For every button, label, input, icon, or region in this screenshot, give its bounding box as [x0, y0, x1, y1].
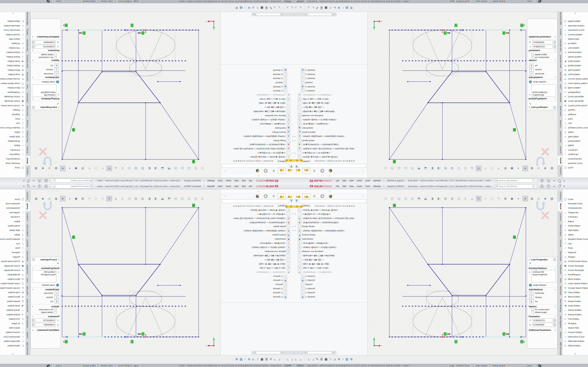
flyout-menu-item[interactable]: ╱ Line [0, 241, 26, 246]
search-dropdown-caret[interactable]: ▾ [536, 180, 536, 182]
flyout-menu-item[interactable]: ∷ Segment [562, 112, 588, 117]
tree-row[interactable]: ▣ Solid Bodies [294, 237, 406, 241]
tree-row[interactable]: ◉ ○25♟◎25ИN3Ɛ25○∘○253ƐИN52◎♟52○ [294, 221, 406, 225]
bottom-toolbar-icon[interactable]: ◣ [278, 357, 280, 361]
panel-help-icon[interactable]: ? [553, 106, 556, 109]
flyout-menu-item[interactable]: ∷ Segment [0, 250, 26, 255]
panel-tab[interactable] [303, 193, 310, 199]
scroll-left-icon[interactable]: ◂ [282, 351, 283, 353]
menu-item[interactable]: Edit [341, 178, 348, 184]
relation-button-icon[interactable]: ⚓ [529, 64, 534, 67]
flyout-menu-item[interactable]: ⇥ Extend Entities [0, 312, 26, 317]
tree-row[interactable]: ★ ○253Ɛ╬∘♟◎ΛΑΦ○∘○ΦΑΛ◎♟∘╬Ɛ352○ [294, 155, 406, 159]
relation-button-icon[interactable]: — [54, 72, 59, 76]
flyout-menu-item[interactable]: ◥ Scale Entities [562, 303, 588, 308]
tree-root[interactable]: TRPDL2. ⊚ƷЄ⊚Ш⊚∘∘⊚╬⊚ϽϹ⊚ƷЄ⊚∙⊚25⊚♟⊚ƷЄ [182, 204, 294, 208]
relation-item[interactable]: Collinear108 [533, 271, 555, 273]
units-selector[interactable]: Custom ▴ [524, 364, 536, 367]
tree-row[interactable]: ▸ A ○25ИN◎∘╬Α╬◎ИNΑ○∘○ΑNИ◎╬Α╬∘◎NИ52○ [294, 134, 406, 138]
bottom-toolbar-icon[interactable]: ✎ [316, 6, 318, 10]
option-row[interactable]: For construction [531, 57, 556, 59]
tree-row[interactable]: ◪ Surface Bodies [294, 233, 406, 237]
menu-pin-icon[interactable]: ↧ [203, 180, 205, 182]
restore-button[interactable] [558, 180, 560, 182]
spinner[interactable]: ▴▾ [554, 41, 556, 44]
relation-button-icon[interactable]: | [529, 68, 534, 72]
expand-arrow-icon[interactable]: ▸ [292, 225, 293, 227]
flyout-menu-item[interactable]: ⊏ Offset Entities [0, 19, 26, 24]
bottom-toolbar-icon[interactable]: ◔ [342, 6, 344, 10]
collapse-icon[interactable]: ˄ [555, 98, 556, 100]
commandmanager-tab[interactable]: Evaluate [558, 118, 562, 129]
commandmanager-tab[interactable]: Surfaces [558, 212, 562, 223]
more-tools-chevron-icon[interactable]: » [574, 353, 577, 354]
flyout-menu-item[interactable]: ↔ Stretch Entities [562, 55, 588, 59]
commandmanager-tab[interactable]: Features [558, 191, 562, 201]
titlebar-toolbar-icons[interactable]: ⊚ƷЄ⊚Ш⊚∘∘⊚╬⊚ϽϹ⊚ƷЄ⊚∙⊚25⊚♟⊚ƷЄ∙◯⊚◯∙ƷЄ⊚♟⊚25⊚∙… [95, 185, 180, 187]
close-button[interactable]: × [563, 185, 565, 187]
menu-item[interactable]: Tools [216, 178, 224, 184]
panel-help-icon[interactable]: ? [553, 258, 556, 261]
bottom-toolbar-icon[interactable]: ⊿ [333, 357, 336, 361]
scroll-right-icon[interactable]: ▸ [333, 351, 334, 353]
flyout-menu-item[interactable]: ▭ Corner Rectangle [0, 95, 26, 99]
tree-row[interactable]: ▩ ○253ƐИNΑЦ∗○∘○∗ЦΑNИƐ352○ [294, 93, 406, 97]
panel-tabs-overflow[interactable]: › [225, 170, 225, 173]
more-tools-chevron-icon[interactable]: » [11, 13, 14, 14]
checkbox[interactable] [531, 311, 534, 313]
search-icon[interactable] [54, 185, 56, 187]
horizontal-scrollbar[interactable]: ◂ ▸ [294, 351, 336, 354]
tree-row[interactable]: ▸ ▯ Design Binder [182, 225, 294, 229]
commandmanager-tab[interactable]: Weldments [558, 263, 562, 276]
scroll-left-icon[interactable]: ◂ [282, 14, 283, 16]
tree-row[interactable]: ◪ Surface Bodies [294, 130, 406, 134]
scroll-right-icon[interactable]: ▸ [254, 14, 255, 16]
search-icon[interactable] [532, 185, 534, 187]
scrollbar-thumb[interactable] [256, 13, 281, 16]
commandmanager-tab[interactable]: Surfaces [26, 212, 30, 223]
bottom-toolbar-icon[interactable]: ⊚ [337, 6, 340, 10]
panel-tab[interactable] [327, 193, 334, 199]
tree-row[interactable]: ☰ Material <not specified> [294, 113, 406, 118]
flyout-menu-item[interactable]: ▱ Parallelogram [562, 90, 588, 95]
flyout-menu-item[interactable]: ⊏ Offset Entities [0, 343, 26, 348]
flyout-menu-item[interactable]: ◁▷ Mirror Entities [562, 277, 588, 281]
flyout-menu-item[interactable]: ◈ 3 Point Center Recta... [0, 103, 26, 108]
flyout-menu-item[interactable]: ◌ Perimeter Circle [562, 201, 588, 206]
tree-filter-input[interactable] [299, 164, 366, 168]
tree-row[interactable]: ◉ ○25♟◎25ИN3Ɛ25○∘○253ƐИN52◎♟52○ [182, 142, 294, 147]
flyout-menu-item[interactable]: ○ Ellipse [0, 143, 26, 148]
flyout-menu-item[interactable]: ⟳ Rotate Entities [0, 64, 26, 68]
menu-item[interactable]: Insert [224, 184, 233, 189]
minimize-button[interactable] [553, 181, 555, 181]
tree-row[interactable]: ◻ Sketch3 [294, 283, 406, 287]
flyout-menu-item[interactable]: ⌓ Tangent Arc [562, 152, 588, 157]
flyout-menu-item[interactable]: ◈ 3 Point Center Recta... [562, 259, 588, 263]
flyout-menu-item[interactable]: ╱ Line [562, 241, 588, 246]
tree-row[interactable]: ▦ (-) Sketch2 [294, 84, 406, 89]
ok-check-icon[interactable]: ✔ [529, 102, 556, 106]
tree-row[interactable]: ▦ (-) Sketch2 [294, 278, 406, 283]
relation-button-icon[interactable]: — [54, 291, 59, 295]
commandmanager-tab[interactable]: Mold Tools [26, 70, 30, 82]
parameter-field[interactable]: 0.00000000° [532, 41, 553, 44]
bottom-toolbar-icon[interactable]: ◔ [342, 358, 344, 361]
close-button[interactable]: × [563, 180, 565, 182]
panel-tab[interactable] [286, 168, 294, 174]
flyout-menu-item[interactable]: ∪ Fit Spline [562, 321, 588, 325]
relation-button-icon[interactable]: | [54, 295, 59, 299]
commandmanager-tab[interactable]: Sketch [558, 202, 562, 211]
panel-pin-icon[interactable] [258, 175, 259, 176]
menu-item[interactable]: File [334, 178, 341, 184]
flyout-menu-item[interactable]: ⟳ Rotate Entities [562, 64, 588, 68]
tree-row[interactable]: ▸ ◔ ○Λ♟◎╬25∘Я○∘○Я∘52╬◎♟Λ○ [182, 151, 294, 155]
search-input[interactable]: ⊡ Search CAD Models ▾ [495, 184, 537, 188]
flyout-menu-item[interactable]: ⇥ Extend Entities [562, 312, 588, 317]
tree-row[interactable]: ▦ (-) Sketch6 [182, 68, 294, 72]
tree-row[interactable]: ▥ ○25╬3Ɛ25○ИN◎∘╬ϽϹ3ƐЦ3Ɛ25○∘○253ƐЦ3ƐϹϽ╬∘◎… [182, 146, 294, 151]
spinner[interactable]: ▴▾ [554, 323, 556, 326]
menu-item[interactable]: File [247, 184, 254, 189]
ok-check-icon[interactable]: ✔ [32, 102, 59, 106]
taskbar-document-button[interactable]: TRPDL2. [296, 365, 304, 367]
flyout-menu-item[interactable]: ⌢ 3 Point Arc [562, 148, 588, 152]
